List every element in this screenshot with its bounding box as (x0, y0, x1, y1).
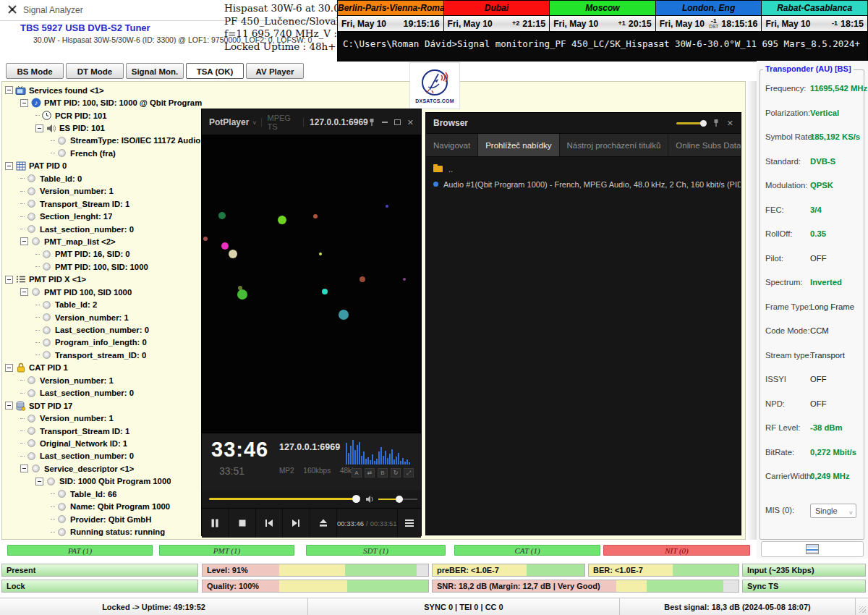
tree-item[interactable]: Program_info_length: 0 (4, 336, 202, 349)
eject-button[interactable] (310, 509, 337, 538)
tree-item[interactable]: PMT PID: 100, SID: 1000 (4, 260, 202, 273)
eq-bar (378, 451, 380, 465)
world-clocks: Berlin-Paris-Vienna-RomaFri, May 1019:15… (337, 0, 868, 32)
tree-item[interactable]: SID: 1000 Qbit Program 1000 (4, 475, 202, 488)
close-icon[interactable]: ✕ (407, 119, 414, 126)
tree-item[interactable]: Service_descriptor <1> (4, 462, 202, 475)
ab-point-a-icon[interactable]: A (352, 468, 362, 478)
tree-expander[interactable] (20, 465, 28, 472)
tree-item[interactable]: Original_Network ID: 1 (4, 437, 202, 449)
tree-item[interactable]: PMT PID X <1> (4, 273, 202, 286)
repeat-icon[interactable]: ↻ (391, 468, 401, 478)
eq-bar (374, 461, 375, 465)
tree-item[interactable]: Services found <1> (4, 84, 202, 96)
close-icon[interactable]: ✕ (727, 119, 733, 127)
mis-dropdown[interactable]: Single ˅ (810, 504, 856, 518)
tree-item[interactable]: PMT_map_list <2> (4, 235, 202, 247)
tree-item[interactable]: Provider: Qbit GmbH (4, 513, 202, 525)
chevron-down-icon: ˅ (849, 506, 853, 519)
pin-icon[interactable] (712, 119, 720, 127)
pause-button[interactable] (202, 509, 229, 538)
bullet-icon (41, 350, 52, 360)
tree-expander[interactable] (5, 86, 13, 94)
volume-thumb[interactable] (396, 496, 403, 503)
tree-expander[interactable] (20, 99, 28, 107)
tree-item[interactable]: Last_section_number: 0 (4, 450, 202, 462)
ab-point-b-icon[interactable]: B (378, 468, 388, 478)
workspace-scrollbar[interactable] (746, 81, 757, 540)
tree-item[interactable]: Table_Id: 2 (4, 298, 202, 310)
tree-item[interactable]: PAT PID 0 (4, 160, 202, 172)
menu-button[interactable] (397, 509, 421, 538)
tree-expander[interactable] (5, 276, 13, 284)
tree-expander[interactable] (5, 402, 13, 410)
tree-item[interactable]: Last_section_number: 0 (4, 223, 202, 235)
tree-item[interactable]: Transport_stream_ID: 0 (4, 349, 202, 361)
browser-titlebar[interactable]: Browser ✕ (426, 113, 741, 133)
tree-item[interactable]: Last_section_number: 0 (4, 387, 202, 399)
tree-item[interactable]: French (fra) (4, 147, 202, 159)
tree-expander[interactable] (35, 478, 43, 485)
browser-tab-prohl-e-nab-dky[interactable]: Prohlížeč nabídky (478, 134, 559, 156)
tree-expander[interactable] (20, 288, 28, 296)
tree-item[interactable]: Version_number: 1 (4, 185, 202, 198)
tree-item[interactable]: StreamType: ISO/IEC 11172 Audio (MPEG-1)… (4, 135, 202, 147)
pin-icon[interactable] (368, 118, 375, 127)
seek-bar[interactable] (209, 498, 357, 500)
opacity-slider[interactable] (676, 122, 705, 124)
terminal-window[interactable]: C:\Users\Roman Dávid>Signal monitoring_P… (337, 32, 868, 62)
tree-item[interactable]: Table_Id: 66 (4, 488, 202, 500)
bullet-icon (41, 249, 52, 259)
tree-item[interactable]: Version_number: 1 (4, 311, 202, 323)
tree-expander[interactable] (5, 364, 13, 372)
stream-save-button[interactable] (761, 541, 864, 557)
tree-item[interactable]: Name: Qbit Program 1000 (4, 500, 202, 512)
tree-item[interactable]: Version_number: 1 (4, 412, 202, 424)
bullet-icon (26, 376, 37, 386)
minimize-icon[interactable] (382, 122, 388, 123)
tree-item[interactable]: PMT PID: 16, SID: 0 (4, 248, 202, 260)
tree-item-label: StreamType: ISO/IEC 11172 Audio (MPEG-1)… (70, 136, 202, 145)
resize-grip[interactable] (856, 598, 868, 615)
tab-bs-mode[interactable]: BS Mode (6, 63, 64, 79)
tree-item[interactable]: ES PID: 101 (4, 122, 202, 134)
tree-item[interactable]: Last_section_number: 0 (4, 323, 202, 336)
tree-expander[interactable] (35, 124, 43, 132)
tab-dt-mode[interactable]: DT Mode (66, 63, 124, 79)
tab-av-player[interactable]: AV Player (246, 63, 304, 79)
tab-signal-mon[interactable]: Signal Mon. (126, 63, 184, 79)
speaker-icon[interactable] (365, 495, 374, 504)
tree-item[interactable]: Table_Id: 0 (4, 172, 202, 184)
next-button[interactable] (283, 509, 310, 538)
browser-tab-n-stroj-proch-zen-titulk[interactable]: Nástroj procházení titulků (560, 134, 669, 156)
potplayer-menu[interactable]: PotPlayer (209, 117, 249, 127)
tree-item[interactable]: CAT PID 1 (4, 362, 202, 374)
tree-item[interactable]: PMT PID 100, SID 1000 (4, 286, 202, 298)
browser-tab-online-subs-database[interactable]: Online Subs Database (668, 134, 741, 156)
tree-item[interactable]: Transport_Stream ID: 1 (4, 425, 202, 437)
tree-expander[interactable] (20, 237, 28, 245)
fullscreen-icon[interactable]: ⤢ (404, 468, 414, 478)
tree-item[interactable]: Section_lenght: 17 (4, 210, 202, 222)
potplayer-titlebar[interactable]: PotPlayer ˅ MPEG TS 127.0.0.1:6969 ✕ (202, 109, 421, 135)
tree-item[interactable]: SDT PID 17 (4, 399, 202, 412)
maximize-icon[interactable] (394, 119, 401, 125)
tree-item-label: Services found <1> (29, 86, 104, 95)
audio-track-item[interactable]: Audio #1(Qbit Program 1000) - French, MP… (426, 177, 741, 192)
folder-up-item[interactable]: .. (426, 161, 741, 177)
field-value-standard: DVB-S (810, 157, 835, 166)
video-area[interactable] (202, 135, 421, 433)
status-best-signal: Best signal: 18,3 dB (2024-05-08 18:07) (620, 598, 856, 615)
tree-item[interactable]: Version_number: 1 (4, 374, 202, 386)
stop-button[interactable] (229, 509, 255, 538)
previous-button[interactable] (256, 509, 283, 538)
tree-expander[interactable] (5, 162, 13, 170)
tab-tsa-ok[interactable]: TSA (OK) (186, 63, 244, 79)
tree-item[interactable]: ♪PMT PID: 100, SID: 1000 @ Qbit Program … (4, 96, 202, 109)
shuffle-icon[interactable]: ⇄ (365, 468, 375, 478)
browser-tab-navigovat[interactable]: Navigovat (426, 134, 478, 156)
tree-item[interactable]: Running status: running (4, 525, 202, 538)
tree-item[interactable]: Transport_Stream ID: 1 (4, 198, 202, 210)
seek-thumb[interactable] (352, 495, 360, 503)
tree-item[interactable]: PCR PID: 101 (4, 109, 202, 122)
